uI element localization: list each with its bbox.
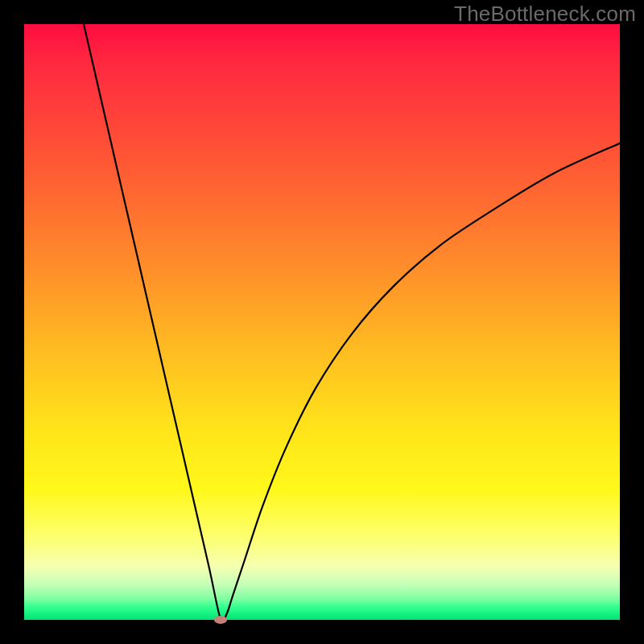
- chart-frame: TheBottleneck.com: [0, 0, 644, 644]
- bottleneck-curve: [24, 24, 620, 620]
- curve-path: [84, 24, 620, 620]
- optimal-point-marker: [214, 616, 227, 624]
- plot-area: [24, 24, 620, 620]
- watermark-text: TheBottleneck.com: [454, 2, 636, 27]
